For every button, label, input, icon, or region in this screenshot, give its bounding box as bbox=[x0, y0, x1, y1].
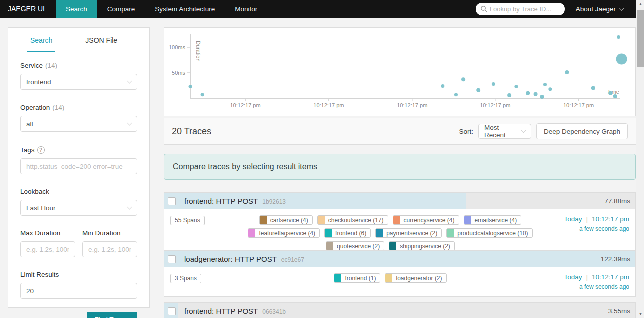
trace-date-link[interactable]: Today|10:12:17 pm bbox=[564, 216, 629, 223]
lookback-select[interactable]: Last Hour bbox=[20, 200, 137, 216]
service-chip: featureflagservice (4) bbox=[248, 228, 320, 238]
duration-scatter-chart[interactable]: Duration Time 50ms100ms10:12:17 pm10:12:… bbox=[164, 28, 636, 116]
trace-scatter-point[interactable] bbox=[476, 88, 480, 92]
trace-id: ec91e67 bbox=[281, 256, 304, 264]
trace-title[interactable]: frontend: HTTP POST bbox=[184, 197, 258, 206]
nav-item-system-architecture[interactable]: System Architecture bbox=[145, 0, 225, 18]
lookback-select-value: Last Hour bbox=[26, 204, 56, 212]
x-tick-label: 10:12:17 pm bbox=[563, 102, 594, 108]
trace-scatter-point[interactable] bbox=[454, 93, 458, 96]
trace-lookup-input[interactable] bbox=[476, 3, 565, 16]
scroll-down-icon[interactable]: ▼ bbox=[636, 310, 644, 318]
trace-title[interactable]: loadgenerator: HTTP POST bbox=[184, 255, 277, 264]
trace-relative-time: a few seconds ago bbox=[579, 284, 629, 290]
sort-select[interactable]: Most Recent bbox=[478, 124, 531, 139]
trace-scatter-point[interactable] bbox=[613, 94, 617, 98]
operation-select[interactable]: all bbox=[20, 116, 137, 132]
about-jaeger-menu[interactable]: About Jaeger bbox=[565, 6, 636, 13]
trace-count: 20 Traces bbox=[172, 126, 211, 137]
trace-duration: 77.88ms bbox=[604, 198, 630, 205]
trace-scatter-point[interactable] bbox=[189, 85, 192, 88]
about-jaeger-label: About Jaeger bbox=[576, 6, 616, 13]
help-icon[interactable]: ? bbox=[37, 146, 45, 154]
limit-results-label: Limit Results bbox=[20, 271, 137, 278]
service-chip: paymentservice (2) bbox=[375, 228, 442, 238]
trace-scatter-point[interactable] bbox=[616, 54, 627, 64]
x-tick-label: 10:12:17 pm bbox=[397, 102, 427, 108]
y-tick-label: 50ms bbox=[172, 70, 185, 76]
trace-scatter-point[interactable] bbox=[461, 78, 465, 82]
tags-input[interactable] bbox=[20, 158, 137, 174]
trace-header[interactable]: loadgenerator: HTTP POSTec91e67122.39ms bbox=[164, 251, 635, 268]
service-chip: currencyservice (4) bbox=[393, 216, 459, 225]
compare-banner: Compare traces by selecting result items bbox=[164, 154, 636, 180]
lookback-label: Lookback bbox=[20, 188, 137, 196]
min-duration-field: Min Duration bbox=[82, 230, 137, 258]
service-color-swatch bbox=[447, 229, 454, 238]
trace-scatter-point[interactable] bbox=[565, 70, 569, 74]
trace-result-card[interactable]: loadgenerator: HTTP POSTec91e67122.39ms3… bbox=[164, 250, 636, 297]
service-chip: shippingservice (2) bbox=[389, 242, 455, 251]
trace-duration: 3.55ms bbox=[608, 308, 630, 315]
tags-label: Tags ? bbox=[20, 146, 137, 154]
trace-result-card[interactable]: frontend: HTTP POST066341b3.55ms bbox=[164, 302, 636, 318]
app-brand[interactable]: JAEGER UI bbox=[0, 5, 56, 13]
nav-item-search[interactable]: Search bbox=[56, 0, 97, 18]
trace-scatter-point[interactable] bbox=[441, 84, 444, 88]
trace-scatter-point[interactable] bbox=[591, 86, 595, 90]
span-count-chip: 55 Spans bbox=[170, 216, 205, 226]
tab-search[interactable]: Search bbox=[27, 28, 55, 52]
trace-duration: 122.39ms bbox=[601, 256, 630, 263]
chevron-down-icon bbox=[127, 79, 132, 84]
trace-scatter-point[interactable] bbox=[617, 36, 620, 39]
trace-scatter-point[interactable] bbox=[543, 83, 547, 86]
nav-item-compare[interactable]: Compare bbox=[97, 0, 145, 18]
service-select[interactable]: frontend bbox=[20, 74, 137, 90]
nav-item-monitor[interactable]: Monitor bbox=[225, 0, 267, 18]
scrollbar-thumb[interactable] bbox=[637, 10, 644, 68]
results-header: 20 Traces Sort: Most Recent Deep Depende… bbox=[164, 118, 636, 145]
trace-scatter-point[interactable] bbox=[201, 93, 204, 96]
service-color-swatch bbox=[325, 229, 332, 238]
service-chip: checkoutservice (17) bbox=[317, 216, 388, 225]
service-color-swatch bbox=[260, 216, 267, 224]
sort-label: Sort: bbox=[459, 128, 473, 136]
limit-results-input[interactable] bbox=[20, 283, 137, 299]
trace-header[interactable]: frontend: HTTP POST1b9261377.88ms bbox=[164, 193, 635, 210]
deep-dependency-graph-button[interactable]: Deep Dependency Graph bbox=[536, 124, 628, 140]
operation-select-value: all bbox=[26, 120, 33, 128]
trace-title[interactable]: frontend: HTTP POST bbox=[184, 307, 258, 316]
trace-scatter-point[interactable] bbox=[534, 92, 538, 96]
nav-right: About Jaeger bbox=[476, 3, 636, 16]
scroll-up-icon[interactable]: ▲ bbox=[636, 0, 644, 8]
trace-scatter-point[interactable] bbox=[548, 88, 552, 91]
min-duration-input[interactable] bbox=[82, 242, 137, 258]
max-duration-input[interactable] bbox=[20, 242, 75, 258]
service-label: Service (14) bbox=[20, 62, 137, 70]
service-chips: frontend (1)loadgenerator (2) bbox=[240, 272, 540, 290]
trace-select-checkbox[interactable] bbox=[168, 198, 176, 206]
trace-scatter-point[interactable] bbox=[492, 82, 495, 86]
find-traces-button[interactable]: Find Traces bbox=[87, 312, 137, 318]
trace-header[interactable]: frontend: HTTP POST066341b3.55ms bbox=[164, 303, 635, 318]
trace-scatter-point[interactable] bbox=[526, 92, 530, 96]
service-chip: quoteservice (2) bbox=[326, 242, 384, 251]
trace-scatter-point[interactable] bbox=[514, 85, 518, 88]
trace-scatter-point[interactable] bbox=[608, 92, 612, 96]
trace-select-checkbox[interactable] bbox=[168, 256, 176, 264]
trace-date-link[interactable]: Today|10:12:17 pm bbox=[564, 274, 629, 281]
trace-result-card[interactable]: frontend: HTTP POST1b9261377.88ms55 Span… bbox=[164, 192, 636, 258]
page-scrollbar[interactable]: ▲ ▼ bbox=[636, 0, 644, 318]
service-chip: emailservice (4) bbox=[464, 216, 522, 225]
trace-select-checkbox[interactable] bbox=[168, 308, 176, 316]
chevron-down-icon bbox=[127, 205, 132, 210]
service-chips: cartservice (4)checkoutservice (17)curre… bbox=[240, 214, 540, 251]
nav-items: SearchCompareSystem ArchitectureMonitor bbox=[56, 0, 267, 18]
search-icon bbox=[480, 6, 487, 12]
tab-json-file[interactable]: JSON File bbox=[82, 28, 120, 52]
trace-scatter-point[interactable] bbox=[507, 94, 511, 98]
x-tick-label: 10:12:17 pm bbox=[480, 102, 510, 108]
trace-lookup-search bbox=[476, 3, 565, 16]
service-select-value: frontend bbox=[26, 78, 51, 86]
trace-scatter-point[interactable] bbox=[540, 95, 544, 99]
